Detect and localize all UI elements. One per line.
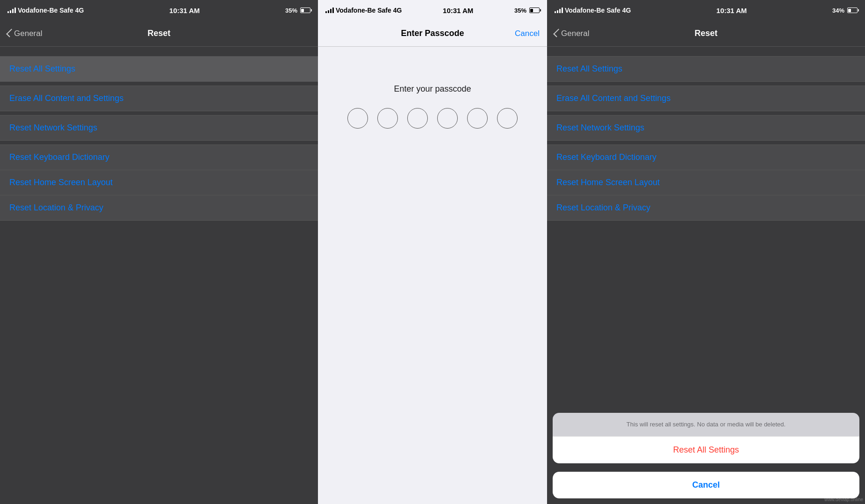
- settings-item-location-right[interactable]: Reset Location & Privacy: [547, 195, 865, 221]
- action-sheet-cancel-button[interactable]: Cancel: [553, 472, 859, 498]
- settings-item-reset-all-right[interactable]: Reset All Settings: [547, 56, 865, 82]
- settings-item-location-left[interactable]: Reset Location & Privacy: [0, 195, 318, 221]
- action-sheet-confirm-button[interactable]: Reset All Settings: [553, 436, 859, 463]
- nav-title-left: Reset: [147, 29, 170, 38]
- nav-bar-right: General Reset: [547, 21, 865, 47]
- signal-icon-left: [7, 7, 16, 13]
- status-bar-left: Vodafone-Be Safe 4G 10:31 AM 35%: [0, 0, 318, 21]
- battery-icon-left: [300, 7, 310, 13]
- passcode-dot-4: [437, 108, 458, 129]
- settings-item-keyboard-right[interactable]: Reset Keyboard Dictionary: [547, 144, 865, 170]
- panel-right: Vodafone-Be Safe 4G 10:31 AM 34% General…: [547, 0, 865, 504]
- signal-icon-center: [325, 7, 334, 13]
- panel-center: Vodafone-Be Safe 4G 10:31 AM 35% Enter P…: [318, 0, 547, 504]
- back-chevron-right: [553, 29, 562, 37]
- cancel-button-center[interactable]: Cancel: [515, 29, 540, 38]
- nav-bar-left: General Reset: [0, 21, 318, 47]
- passcode-dots: [347, 108, 518, 129]
- battery-percent-right: 34%: [832, 7, 844, 14]
- time-right: 10:31 AM: [716, 7, 747, 14]
- network-type-right: 4G: [622, 7, 631, 14]
- back-chevron-left: [6, 29, 14, 37]
- settings-item-erase-right[interactable]: Erase All Content and Settings: [547, 86, 865, 111]
- settings-item-homescreen-right[interactable]: Reset Home Screen Layout: [547, 170, 865, 195]
- watermark: www.deviap.online: [824, 497, 863, 502]
- settings-group2-right: Erase All Content and Settings: [547, 86, 865, 111]
- settings-item-erase-left[interactable]: Erase All Content and Settings: [0, 86, 318, 111]
- network-type-center: 4G: [393, 7, 402, 14]
- carrier-name-right: Vodafone-Be Safe: [565, 7, 620, 14]
- settings-item-network-right[interactable]: Reset Network Settings: [547, 115, 865, 141]
- time-center: 10:31 AM: [443, 7, 473, 14]
- settings-group1-right: Reset All Settings: [547, 56, 865, 82]
- signal-icon-right: [555, 7, 563, 13]
- settings-group4-left: Reset Keyboard Dictionary Reset Home Scr…: [0, 144, 318, 221]
- back-button-left[interactable]: General: [7, 29, 42, 38]
- settings-item-reset-all-left[interactable]: Reset All Settings: [0, 56, 318, 82]
- settings-item-network-left[interactable]: Reset Network Settings: [0, 115, 318, 141]
- back-label-right: General: [561, 29, 589, 38]
- settings-list-left: Reset All Settings Erase All Content and…: [0, 47, 318, 504]
- passcode-content: Enter your passcode: [318, 47, 547, 504]
- settings-group4-right: Reset Keyboard Dictionary Reset Home Scr…: [547, 144, 865, 221]
- passcode-dot-1: [347, 108, 368, 129]
- settings-group2-left: Erase All Content and Settings: [0, 86, 318, 111]
- battery-icon-right: [847, 7, 858, 13]
- action-sheet-overlay: This will reset all settings. No data or…: [547, 407, 865, 504]
- action-sheet-message: This will reset all settings. No data or…: [553, 413, 859, 436]
- passcode-dot-6: [497, 108, 518, 129]
- settings-group1-left: Reset All Settings: [0, 56, 318, 82]
- nav-title-right: Reset: [694, 29, 717, 38]
- carrier-info-center: Vodafone-Be Safe 4G: [325, 7, 402, 14]
- nav-bar-center: Enter Passcode Cancel: [318, 21, 547, 47]
- carrier-name-center: Vodafone-Be Safe: [336, 7, 391, 14]
- carrier-info-right: Vodafone-Be Safe 4G: [555, 7, 631, 14]
- status-bar-center: Vodafone-Be Safe 4G 10:31 AM 35%: [318, 0, 547, 21]
- battery-info-center: 35%: [514, 7, 540, 14]
- nav-title-center: Enter Passcode: [401, 29, 464, 38]
- settings-group3-right: Reset Network Settings: [547, 115, 865, 141]
- battery-icon-center: [529, 7, 540, 13]
- network-type-left: 4G: [75, 7, 84, 14]
- passcode-dot-2: [377, 108, 398, 129]
- passcode-dot-3: [407, 108, 428, 129]
- battery-info-right: 34%: [832, 7, 858, 14]
- back-button-right[interactable]: General: [555, 29, 589, 38]
- settings-item-keyboard-left[interactable]: Reset Keyboard Dictionary: [0, 144, 318, 170]
- carrier-name-left: Vodafone-Be Safe: [18, 7, 73, 14]
- carrier-info-left: Vodafone-Be Safe 4G: [7, 7, 84, 14]
- panel-left: Vodafone-Be Safe 4G 10:31 AM 35% General…: [0, 0, 318, 504]
- passcode-prompt: Enter your passcode: [394, 84, 471, 94]
- time-left: 10:31 AM: [169, 7, 200, 14]
- back-label-left: General: [14, 29, 42, 38]
- action-sheet-separator: [553, 463, 859, 468]
- battery-percent-center: 35%: [514, 7, 526, 14]
- settings-item-homescreen-left[interactable]: Reset Home Screen Layout: [0, 170, 318, 195]
- battery-info-left: 35%: [285, 7, 310, 14]
- battery-percent-left: 35%: [285, 7, 297, 14]
- action-sheet: This will reset all settings. No data or…: [553, 413, 859, 498]
- passcode-dot-5: [467, 108, 488, 129]
- settings-group3-left: Reset Network Settings: [0, 115, 318, 141]
- status-bar-right: Vodafone-Be Safe 4G 10:31 AM 34%: [547, 0, 865, 21]
